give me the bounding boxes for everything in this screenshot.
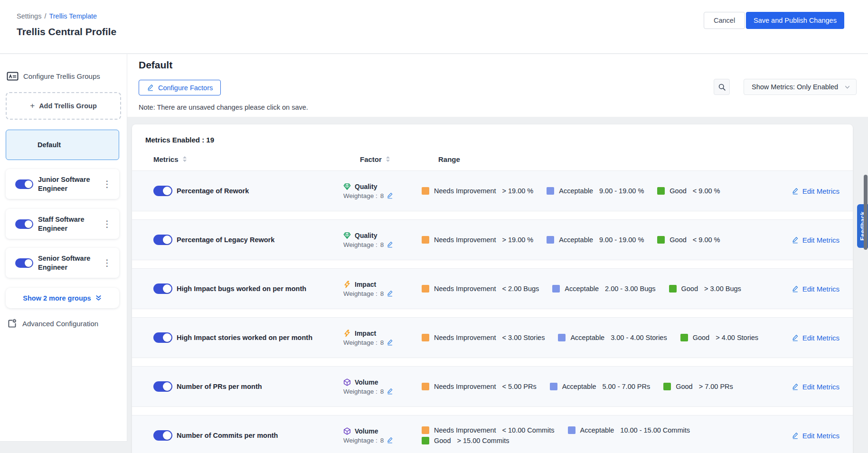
range-good: Good< 9.00 % [657, 236, 720, 244]
sidebar-item-senior-software-engineer[interactable]: Senior Software Engineer ⋮ [6, 248, 119, 278]
junior-group-toggle[interactable] [15, 179, 33, 189]
senior-group-toggle[interactable] [15, 258, 33, 268]
metric-name: High Impact stories worked on per month [177, 334, 324, 341]
needs-improvement-swatch [422, 426, 429, 434]
sidebar-item-default[interactable]: Default [6, 130, 119, 160]
metric-toggle[interactable] [153, 430, 172, 441]
sidebar-item-junior-software-engineer[interactable]: Junior Software Engineer ⋮ [6, 169, 119, 199]
edit-metrics-label: Edit Metrics [802, 334, 840, 342]
metric-name: High Impact bugs worked on per month [177, 285, 324, 293]
unsaved-changes-note: Note: There are unsaved changes please c… [139, 104, 308, 111]
column-header-range: Range [434, 155, 460, 163]
edit-metrics-link[interactable]: Edit Metrics [777, 383, 853, 391]
pencil-icon [792, 188, 799, 195]
cancel-button[interactable]: Cancel [704, 12, 745, 29]
needs-improvement-swatch [422, 383, 429, 390]
quality-gem-icon [343, 232, 351, 239]
table-row-percentage-of-rework: Percentage of Rework Quality Weightage :… [132, 170, 853, 211]
show-more-groups-button[interactable]: Show 2 more groups [6, 288, 119, 308]
edit-weightage-pencil-icon[interactable] [387, 290, 393, 297]
metric-name: Percentage of Legacy Rework [177, 236, 324, 244]
staff-group-toggle[interactable] [15, 219, 33, 229]
factor-cell: Quality Weightage : 8 [339, 232, 417, 248]
edit-metrics-label: Edit Metrics [802, 285, 840, 293]
table-row-high-impact-bugs: High Impact bugs worked on per month Imp… [132, 268, 853, 309]
breadcrumb-trellis-template[interactable]: Trellis Template [49, 12, 97, 20]
factor-name: Impact [355, 330, 376, 337]
main-header: Default Configure Factors Note: There ar… [127, 54, 868, 117]
factor-name: Volume [355, 378, 378, 386]
advanced-configuration-label: Advanced Configuration [22, 320, 98, 328]
edit-metrics-label: Edit Metrics [802, 383, 840, 391]
weightage-value: 8 [380, 241, 384, 248]
acceptable-swatch [547, 236, 554, 244]
edit-metrics-link[interactable]: Edit Metrics [777, 285, 853, 293]
save-and-publish-button[interactable]: Save and Publish Changes [746, 12, 844, 29]
range-good: Good< 9.00 % [657, 187, 720, 195]
vertical-scrollbar-thumb[interactable] [864, 175, 868, 250]
show-metrics-filter-value: Show Metrics: Only Enabled [752, 83, 844, 91]
pencil-icon [792, 285, 799, 293]
edit-metrics-link[interactable]: Edit Metrics [777, 187, 853, 195]
metric-toggle[interactable] [153, 186, 172, 196]
table-header-row: Metrics Factor Range [132, 148, 853, 170]
sidebar-item-staff-software-engineer[interactable]: Staff Software Engineer ⋮ [6, 209, 119, 239]
metrics-table-card: Metrics Enabled : 19 Metrics Factor Rang… [132, 124, 853, 453]
metric-name: Percentage of Rework [177, 187, 324, 195]
edit-metrics-link[interactable]: Edit Metrics [777, 334, 853, 342]
advanced-configuration-link[interactable]: Advanced Configuration [7, 319, 98, 329]
good-swatch [680, 334, 688, 341]
sort-icon[interactable] [182, 156, 187, 162]
box-gear-icon [7, 319, 17, 329]
edit-weightage-pencil-icon[interactable] [387, 241, 393, 248]
good-swatch [657, 236, 665, 244]
senior-group-label: Senior Software Engineer [38, 254, 96, 272]
staff-kebab-menu-icon[interactable]: ⋮ [100, 217, 114, 230]
edit-weightage-pencil-icon[interactable] [387, 339, 393, 346]
good-swatch [422, 437, 429, 444]
edit-weightage-pencil-icon[interactable] [387, 388, 393, 395]
metric-toggle[interactable] [153, 235, 172, 245]
column-header-factor[interactable]: Factor [355, 155, 434, 163]
plus-icon: + [30, 101, 35, 111]
acceptable-swatch [552, 285, 560, 293]
table-row-high-impact-stories: High Impact stories worked on per month … [132, 317, 853, 358]
weightage-value: 8 [380, 388, 384, 395]
trellis-settings-page: Settings/Trellis Template Trellis Centra… [0, 0, 868, 453]
junior-kebab-menu-icon[interactable]: ⋮ [100, 178, 114, 190]
breadcrumb-separator: / [44, 12, 46, 20]
add-trellis-group-button[interactable]: + Add Trellis Group [6, 92, 121, 120]
edit-metrics-link[interactable]: Edit Metrics [711, 432, 853, 440]
metric-name: Number of Commits per month [177, 432, 324, 439]
search-button[interactable] [714, 79, 730, 95]
edit-weightage-pencil-icon[interactable] [387, 437, 393, 444]
weightage-label: Weightage : [343, 241, 377, 248]
senior-kebab-menu-icon[interactable]: ⋮ [100, 256, 114, 269]
configure-factors-button[interactable]: Configure Factors [139, 80, 221, 95]
column-header-metrics[interactable]: Metrics [153, 155, 340, 163]
sort-icon[interactable] [386, 156, 390, 162]
pencil-icon [792, 236, 799, 244]
double-chevron-down-icon [95, 294, 102, 302]
range-acceptable: Acceptable10.00 - 15.00 Commits [568, 426, 690, 434]
edit-weightage-pencil-icon[interactable] [387, 192, 393, 199]
quality-gem-icon [343, 183, 351, 190]
configure-factors-label: Configure Factors [158, 84, 213, 92]
weightage-label: Weightage : [343, 339, 377, 346]
show-metrics-filter-dropdown[interactable]: Show Metrics: Only Enabled [744, 79, 857, 95]
good-swatch [657, 187, 665, 195]
metric-toggle[interactable] [153, 283, 172, 294]
metric-toggle[interactable] [153, 381, 172, 392]
needs-improvement-swatch [422, 187, 429, 195]
table-row-number-of-prs: Number of PRs per month Volume Weightage… [132, 366, 853, 407]
factor-cell: Impact Weightage : 8 [339, 330, 417, 346]
good-swatch [663, 383, 671, 390]
good-swatch [669, 285, 677, 293]
weightage-label: Weightage : [343, 192, 377, 199]
range-cell: Needs Improvement> 19.00 % Acceptable9.0… [417, 236, 777, 244]
edit-metrics-link[interactable]: Edit Metrics [777, 236, 853, 244]
metric-toggle[interactable] [153, 332, 172, 343]
factor-cell: Volume Weightage : 8 [339, 427, 417, 444]
breadcrumb-settings[interactable]: Settings [17, 12, 41, 20]
range-cell: Needs Improvement< 5.00 PRs Acceptable5.… [417, 383, 777, 390]
